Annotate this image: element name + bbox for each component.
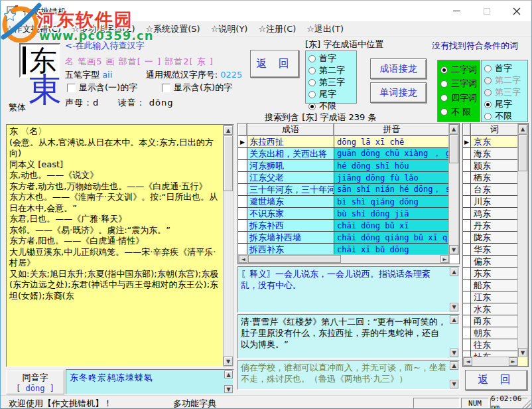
idiom-table-row[interactable]: 关东出相，关西出将guān dōng chū xiàng ， guā: [238, 148, 459, 160]
idiom-cell[interactable]: 避世墙东: [247, 196, 334, 208]
word-cell[interactable]: 江东: [471, 291, 519, 303]
idiom-cell[interactable]: 江东父老: [247, 172, 334, 184]
radio-button-icon[interactable]: [440, 108, 448, 116]
word-cell[interactable]: 京东: [471, 136, 519, 148]
row-selector[interactable]: [238, 172, 247, 184]
idiom-cell[interactable]: 拆东墙补西墙: [247, 232, 334, 244]
word-cell[interactable]: 东东: [471, 268, 519, 280]
scroll-up-icon[interactable]: ▲: [224, 370, 233, 378]
idiom-cell[interactable]: 拆东补西: [247, 220, 334, 232]
radio-button-icon[interactable]: [440, 94, 448, 102]
word-cell[interactable]: 偏东: [471, 256, 519, 268]
scroll-up-icon[interactable]: ▲: [449, 124, 458, 133]
radio-button-icon[interactable]: [484, 65, 492, 72]
row-selector[interactable]: [238, 232, 247, 244]
radio-button-icon[interactable]: [308, 67, 316, 74]
scrollbar-thumb[interactable]: [224, 135, 233, 191]
row-selector[interactable]: [463, 148, 471, 160]
word-cell[interactable]: 台东: [471, 184, 519, 196]
row-selector[interactable]: [463, 196, 471, 208]
scroll-up-icon[interactable]: ▲: [450, 315, 458, 324]
scroll-down-icon[interactable]: ▼: [450, 349, 458, 357]
word-table-vscrollbar[interactable]: ▲ ▼: [517, 123, 528, 358]
scroll-down-icon[interactable]: ▼: [450, 380, 458, 388]
radio-option[interactable]: 三字词: [440, 78, 477, 90]
pinyin-cell[interactable]: bì shì qiáng dōng: [334, 196, 450, 208]
row-selector[interactable]: [238, 208, 247, 220]
radio-option[interactable]: 尾字: [484, 98, 525, 110]
idiom-table-row[interactable]: 江东父老jiāng dōng fù lǎo: [238, 172, 459, 184]
radio-button-icon[interactable]: [308, 79, 316, 86]
scroll-down-icon[interactable]: ▼: [450, 303, 458, 311]
word-cell[interactable]: 陇东: [471, 232, 519, 244]
row-selector[interactable]: [463, 184, 471, 196]
idiom-cell[interactable]: 东拉西扯: [247, 136, 334, 148]
scroll-down-icon[interactable]: ▼: [224, 385, 233, 393]
radio-button-icon[interactable]: [308, 103, 316, 110]
row-selector[interactable]: [463, 303, 471, 315]
scroll-right-icon[interactable]: ►: [509, 357, 517, 366]
word-cell[interactable]: 船东: [471, 280, 519, 291]
radio-option[interactable]: 二字词: [440, 64, 477, 76]
back-button-top[interactable]: 返 回: [250, 50, 299, 78]
scrollbar-thumb[interactable]: [248, 255, 341, 263]
radio-option[interactable]: 首字: [484, 62, 525, 74]
radio-option[interactable]: 尾字: [308, 88, 354, 100]
back-button-bottom[interactable]: 返 回: [465, 370, 527, 390]
word-table-hscrollbar[interactable]: ◄ ►: [463, 357, 518, 367]
radio-option[interactable]: 不 限: [440, 106, 477, 118]
pinyin-cell[interactable]: sān shí nián hé dōng， sān: [334, 184, 450, 196]
maximize-button[interactable]: [472, 1, 501, 21]
row-selector[interactable]: ▶: [463, 136, 471, 148]
word-column-header[interactable]: 词: [471, 123, 519, 136]
dictionary-vscrollbar[interactable]: ▲ ▼: [223, 125, 233, 367]
row-selector[interactable]: ▶: [238, 136, 247, 148]
word-cell[interactable]: 往东: [471, 339, 519, 351]
pinyin-cell[interactable]: hé dōng shī hǒu: [334, 160, 450, 172]
scrollbar-thumb[interactable]: [449, 134, 458, 163]
scroll-down-icon[interactable]: ▼: [224, 357, 233, 366]
radio-button-icon[interactable]: [484, 113, 492, 120]
pinyin-column-header[interactable]: 拼音: [334, 123, 450, 136]
scroll-down-icon[interactable]: ▼: [449, 245, 458, 254]
row-selector[interactable]: [463, 172, 471, 184]
pinyin-cell[interactable]: bù shí dōng jiā: [334, 208, 450, 220]
idiom-cell[interactable]: 不识东家: [247, 208, 334, 220]
close-button[interactable]: [501, 1, 531, 21]
radio-option[interactable]: 第三字: [308, 76, 354, 88]
radio-button-icon[interactable]: [440, 66, 448, 74]
scroll-up-icon[interactable]: ▲: [224, 125, 233, 135]
idiom-chain-button[interactable]: 成语接龙: [370, 58, 427, 79]
menu-item[interactable]: ☆注册(C): [258, 23, 296, 35]
pinyin-cell[interactable]: chāi dōng qiáng bǔ xī qi: [334, 232, 450, 244]
checkbox-show-dong[interactable]: 显示含(东)的字: [162, 82, 232, 94]
word-cell[interactable]: 丹东: [471, 220, 519, 232]
pinyin-cell[interactable]: dōng lā xī chě: [334, 136, 450, 148]
word-cell[interactable]: 川东: [471, 196, 519, 208]
scroll-left-icon[interactable]: ◄: [464, 357, 472, 366]
row-selector[interactable]: [463, 220, 471, 232]
scroll-up-icon[interactable]: ▲: [518, 124, 527, 133]
word-cell[interactable]: 鸡东: [471, 208, 519, 220]
menu-item[interactable]: ☆说明(Y): [211, 23, 248, 35]
checkbox-icon[interactable]: [67, 84, 76, 92]
word-cell[interactable]: 华东: [471, 244, 519, 256]
radio-button-icon[interactable]: [440, 80, 448, 88]
word-cell[interactable]: 颍东: [471, 160, 519, 172]
pinyin-cell[interactable]: guān dōng chū xiàng ， guā: [334, 148, 450, 160]
radio-button-icon[interactable]: [484, 101, 492, 108]
idiom-column-header[interactable]: 成语: [247, 123, 334, 136]
scroll-up-icon[interactable]: ▲: [450, 268, 458, 276]
idiom-table-row[interactable]: 三十年河东，三十年河西sān shí nián hé dōng， sān: [238, 184, 459, 196]
pinyin-cell[interactable]: chāi dōng bǔ xī: [334, 220, 450, 232]
radio-option[interactable]: 不限: [484, 110, 525, 122]
row-selector[interactable]: [463, 327, 471, 339]
checkbox-icon[interactable]: [162, 84, 170, 92]
radio-button-icon[interactable]: [308, 55, 316, 62]
row-selector[interactable]: [238, 160, 247, 172]
row-selector[interactable]: [463, 315, 471, 327]
scroll-right-icon[interactable]: ►: [440, 255, 449, 263]
scrollbar-thumb[interactable]: [518, 134, 527, 171]
word-chain-button[interactable]: 单词接龙: [370, 82, 427, 103]
radio-button-icon[interactable]: [308, 91, 316, 98]
